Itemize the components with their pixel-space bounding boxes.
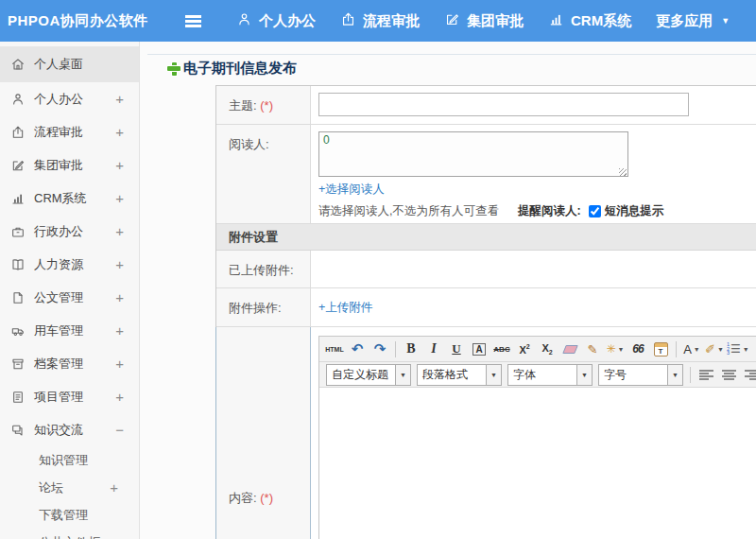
nav-item-more-apps[interactable]: 更多应用▼	[656, 12, 730, 30]
undo-icon[interactable]: ↶	[347, 339, 368, 359]
expand-toggle-icon[interactable]: +	[115, 322, 129, 339]
paragraph-format-dropdown[interactable]: 段落格式▼	[417, 364, 502, 386]
remind-readers-label: 提醒阅读人:	[518, 203, 581, 219]
chevron-down-icon[interactable]: ▼	[486, 365, 501, 385]
italic-icon[interactable]: I	[423, 339, 444, 359]
editor-content-area[interactable]	[319, 388, 756, 539]
sidebar-item-download-management[interactable]: 下载管理	[0, 501, 139, 529]
ordered-list-icon[interactable]: 123☰▼	[727, 339, 749, 359]
sidebar-item-archive-management[interactable]: 档案管理+	[0, 347, 139, 380]
eraser-icon[interactable]	[559, 339, 580, 359]
sidebar-item-public-file-cabinet[interactable]: 公共文件柜	[0, 529, 139, 539]
unordered-list-icon[interactable]: ☰	[751, 339, 756, 359]
sms-label: 短消息提示	[605, 203, 664, 219]
sidebar-item-personal-office[interactable]: 个人办公+	[0, 82, 139, 115]
readers-row: 阅读人: 0 +选择阅读人 请选择阅读人,不选为所有人可查看 提醒阅读人: 短消…	[216, 125, 756, 224]
sidebar-item-crm-system[interactable]: CRM系统+	[0, 182, 139, 215]
uploaded-value	[311, 251, 756, 287]
sidebar-item-admin-office[interactable]: 行政办公+	[0, 215, 139, 248]
document-icon	[10, 290, 34, 305]
font-family-dropdown[interactable]: 字体▼	[507, 364, 593, 386]
edit-icon	[10, 158, 34, 173]
clipboard-icon	[10, 390, 34, 405]
expand-toggle-icon[interactable]: +	[115, 256, 129, 272]
edit-icon	[444, 11, 460, 30]
sidebar-item-project-management[interactable]: 项目管理+	[0, 380, 139, 413]
home-icon	[10, 57, 34, 72]
expand-toggle-icon[interactable]: +	[115, 389, 129, 405]
toolbar-separator	[690, 367, 691, 383]
font-color-icon[interactable]: A▼	[681, 339, 702, 359]
paint-brush-icon[interactable]: ✎	[582, 339, 603, 359]
redo-icon[interactable]: ↷	[369, 339, 390, 359]
nav-item-crm-system[interactable]: CRM系统	[548, 11, 631, 30]
attachment-op-label: 附件操作:	[216, 288, 311, 326]
nav-item-workflow-approval[interactable]: 流程审批	[340, 11, 420, 30]
font-size-dropdown[interactable]: 字号▼	[598, 364, 683, 386]
choose-readers-link[interactable]: +选择阅读人	[318, 183, 385, 196]
chevron-down-icon[interactable]: ▼	[576, 365, 592, 385]
expand-toggle-icon[interactable]: +	[115, 356, 129, 372]
page-title: 电子期刊信息发布	[167, 60, 297, 78]
sidebar-item-group-approval[interactable]: 集团审批+	[0, 148, 139, 182]
chevron-down-icon[interactable]: ▼	[395, 365, 410, 385]
sidebar-item-vehicle-management[interactable]: 用车管理+	[0, 314, 139, 347]
subject-row: 主题: (*)	[216, 86, 756, 125]
rich-text-editor: HTML↶↷BIUAABCX2X2✎✳▼66TA▼✐▼123☰▼☰ 自定义标题▼…	[318, 336, 756, 539]
uploaded-label: 已上传附件:	[216, 251, 311, 287]
strikethrough-icon[interactable]: ABC	[491, 339, 512, 359]
align-left-icon[interactable]	[696, 364, 716, 385]
sms-checkbox[interactable]	[589, 205, 601, 217]
sidebar-item-document-management[interactable]: 公文管理+	[0, 281, 139, 314]
archive-icon	[10, 356, 34, 372]
superscript-icon[interactable]: X2	[514, 339, 535, 359]
auto-format-icon[interactable]: ✳▼	[605, 339, 626, 359]
content-row: 内容: (*) HTML↶↷BIUAABCX2X2✎✳▼66TA▼✐▼123☰▼…	[215, 327, 756, 539]
expand-toggle-icon[interactable]: −	[115, 422, 129, 438]
readers-textarea[interactable]: 0	[318, 131, 628, 177]
highlight-pen-icon[interactable]: ✐▼	[704, 339, 725, 359]
font-border-icon[interactable]: A	[469, 339, 490, 359]
editor-toolbar-row-2: 自定义标题▼段落格式▼字体▼字号▼∞∞⁄	[319, 362, 756, 388]
bold-icon[interactable]: B	[401, 339, 421, 359]
attachment-op-row: 附件操作: +上传附件	[216, 288, 756, 327]
uploaded-attachments-row: 已上传附件:	[216, 251, 756, 288]
paste-as-text-icon[interactable]: T	[650, 339, 671, 359]
nav-item-personal-office[interactable]: 个人办公	[236, 11, 316, 30]
app-logo: PHPOA协同办公软件	[0, 12, 185, 30]
subject-input[interactable]	[318, 93, 689, 116]
briefcase-icon	[10, 224, 34, 239]
align-center-icon[interactable]	[718, 364, 739, 385]
expand-toggle-icon[interactable]: +	[115, 223, 129, 239]
readers-label: 阅读人:	[216, 125, 311, 223]
hamburger-icon[interactable]	[185, 15, 201, 27]
expand-toggle-icon[interactable]: +	[110, 479, 129, 496]
expand-toggle-icon[interactable]: +	[115, 157, 129, 173]
sidebar-item-forum[interactable]: 论坛+	[0, 474, 139, 501]
readers-hint: 请选择阅读人,不选为所有人可查看	[318, 203, 499, 219]
nav-item-group-approval[interactable]: 集团审批	[444, 11, 524, 30]
align-right-icon[interactable]	[741, 364, 756, 385]
top-nav: 个人办公流程审批集团审批CRM系统更多应用▼	[224, 11, 742, 30]
custom-heading-dropdown[interactable]: 自定义标题▼	[326, 364, 411, 386]
html-source-icon[interactable]: HTML	[324, 339, 345, 359]
sidebar-item-workflow-approval[interactable]: 流程审批+	[0, 115, 139, 148]
expand-toggle-icon[interactable]: +	[115, 124, 129, 140]
attachment-section-header: 附件设置	[216, 224, 756, 251]
sidebar-item-human-resources[interactable]: 人力资源+	[0, 248, 139, 281]
chevron-down-icon[interactable]: ▼	[667, 365, 682, 385]
person-icon	[236, 11, 252, 30]
underline-icon[interactable]: U	[446, 339, 467, 359]
sidebar-item-knowledge-management[interactable]: 知识管理	[0, 446, 139, 474]
sidebar: 个人桌面个人办公+流程审批+集团审批+CRM系统+行政办公+人力资源+公文管理+…	[0, 42, 140, 539]
expand-toggle-icon[interactable]: +	[115, 289, 129, 305]
blockquote-icon[interactable]: 66	[627, 339, 648, 359]
sidebar-item-knowledge-exchange[interactable]: 知识交流−	[0, 413, 139, 446]
required-mark: (*)	[260, 98, 273, 113]
upload-attachment-link[interactable]: +上传附件	[318, 301, 372, 314]
expand-toggle-icon[interactable]: +	[115, 91, 129, 107]
sidebar-item-personal-desktop[interactable]: 个人桌面	[0, 46, 139, 82]
subscript-icon[interactable]: X2	[537, 339, 558, 359]
expand-toggle-icon[interactable]: +	[115, 190, 129, 206]
car-icon	[10, 323, 34, 339]
